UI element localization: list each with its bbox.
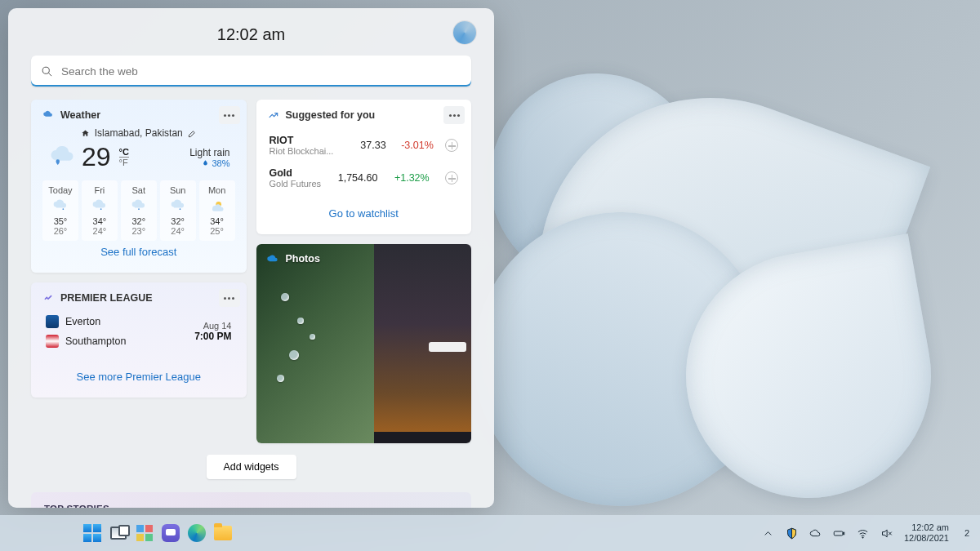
suggested-card[interactable]: Suggested for you RIOTRiot Blockchai... … (256, 100, 472, 234)
edge-button[interactable] (186, 522, 207, 544)
weather-temp: 29 (82, 142, 111, 172)
notification-count[interactable]: 2 (960, 528, 973, 538)
file-explorer-button[interactable] (212, 522, 234, 544)
svg-point-2 (62, 208, 64, 210)
droplet-icon (202, 159, 209, 167)
suggested-title: Suggested for you (286, 109, 376, 121)
forecast-day[interactable]: Today35°26° (42, 180, 78, 241)
add-stock-icon[interactable] (445, 171, 458, 184)
svg-point-9 (862, 536, 863, 537)
chat-button[interactable] (160, 522, 181, 544)
panel-clock: 12:02 am (217, 25, 285, 44)
onedrive-icon (266, 252, 279, 265)
user-avatar[interactable] (453, 21, 476, 44)
photo-thumbnail[interactable] (374, 244, 471, 443)
forecast-day[interactable]: Sun32°24° (160, 180, 196, 241)
start-button[interactable] (82, 522, 103, 544)
taskbar-clock[interactable]: 12:02 am 12/08/2021 (904, 522, 949, 543)
forecast-day[interactable]: Mon34°25° (199, 180, 235, 241)
team-row: Everton (46, 315, 126, 328)
task-view-button[interactable] (108, 522, 129, 544)
security-icon[interactable] (786, 527, 798, 540)
search-icon (41, 65, 53, 78)
svg-rect-7 (834, 531, 843, 535)
onedrive-tray-icon[interactable] (809, 527, 822, 540)
photos-card[interactable]: Photos (256, 244, 472, 443)
weather-humidity: 38% (212, 158, 229, 168)
widgets-button[interactable] (134, 522, 155, 544)
svg-line-1 (48, 73, 51, 76)
stock-row[interactable]: GoldGold Futures 1,754.60 +1.32% (268, 162, 461, 194)
see-more-premier-link[interactable]: See more Premier League (42, 366, 235, 388)
taskbar: 12:02 am 12/08/2021 2 (0, 515, 980, 551)
premier-title: PREMIER LEAGUE (60, 292, 153, 304)
photo-thumbnail[interactable] (256, 244, 375, 443)
weather-card[interactable]: Weather Islamabad, Pakistan 29 °C °F (31, 100, 247, 273)
battery-icon[interactable] (833, 527, 845, 540)
weather-icon (42, 109, 54, 121)
svg-rect-8 (843, 532, 844, 535)
go-to-watchlist-link[interactable]: Go to watchlist (268, 202, 461, 224)
search-input[interactable] (61, 65, 461, 78)
svg-point-0 (42, 67, 49, 73)
weather-condition: Light rain (189, 147, 229, 158)
premier-league-card[interactable]: PREMIER LEAGUE Everton Southampton Aug 1… (31, 282, 247, 398)
add-widgets-button[interactable]: Add widgets (207, 455, 296, 479)
team-row: Southampton (46, 335, 126, 348)
rain-cloud-icon (47, 143, 77, 172)
edit-icon[interactable] (188, 129, 197, 138)
volume-muted-icon[interactable] (880, 527, 893, 540)
system-tray[interactable]: 12:02 am 12/08/2021 2 (762, 522, 973, 543)
premier-more-button[interactable] (219, 289, 240, 307)
weather-title: Weather (60, 109, 100, 121)
unit-fahrenheit[interactable]: °F (119, 158, 129, 167)
svg-point-5 (179, 208, 180, 210)
suggested-more-button[interactable] (443, 106, 465, 124)
trending-icon (268, 109, 279, 121)
search-box[interactable] (31, 56, 471, 87)
chevron-up-icon[interactable] (762, 527, 774, 540)
photos-title: Photos (286, 253, 320, 264)
forecast-day[interactable]: Fri34°24° (82, 180, 118, 241)
svg-point-3 (100, 208, 102, 210)
sport-icon (42, 292, 54, 304)
weather-more-button[interactable] (219, 106, 240, 124)
svg-point-4 (138, 208, 140, 210)
team-badge-icon (46, 335, 59, 348)
widgets-panel: 12:02 am Weather Islamabad, Pakistan (8, 8, 494, 508)
add-stock-icon[interactable] (445, 139, 458, 152)
weather-location: Islamabad, Pakistan (95, 127, 183, 139)
stock-row[interactable]: RIOTRiot Blockchai... 37.33 -3.01% (268, 129, 461, 162)
see-full-forecast-link[interactable]: See full forecast (42, 241, 235, 263)
unit-celsius[interactable]: °C (119, 147, 129, 158)
home-icon (81, 129, 90, 138)
forecast-day[interactable]: Sat32°23° (121, 180, 157, 241)
wifi-icon[interactable] (857, 527, 869, 540)
top-stories-header[interactable]: TOP STORIES (31, 492, 471, 508)
team-badge-icon (46, 315, 59, 328)
forecast-row: Today35°26° Fri34°24° Sat32°23° Sun32°24… (42, 180, 235, 241)
match-time: Aug 14 7:00 PM (194, 321, 231, 342)
